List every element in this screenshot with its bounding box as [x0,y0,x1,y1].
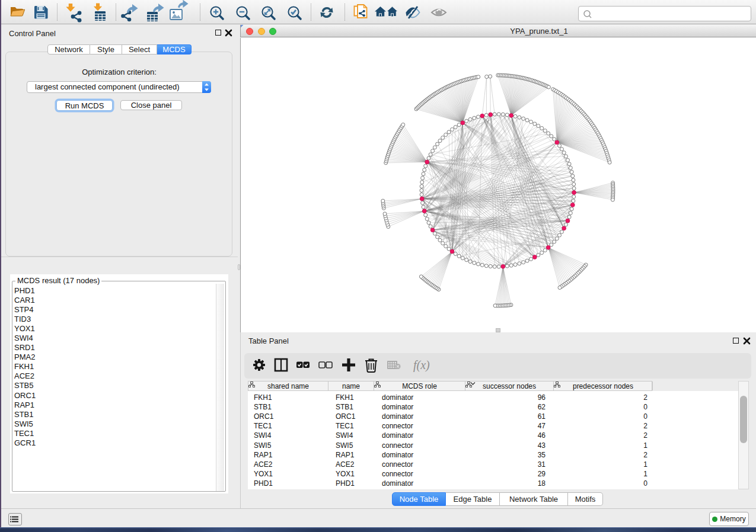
svg-text:f(x): f(x) [413,358,430,372]
